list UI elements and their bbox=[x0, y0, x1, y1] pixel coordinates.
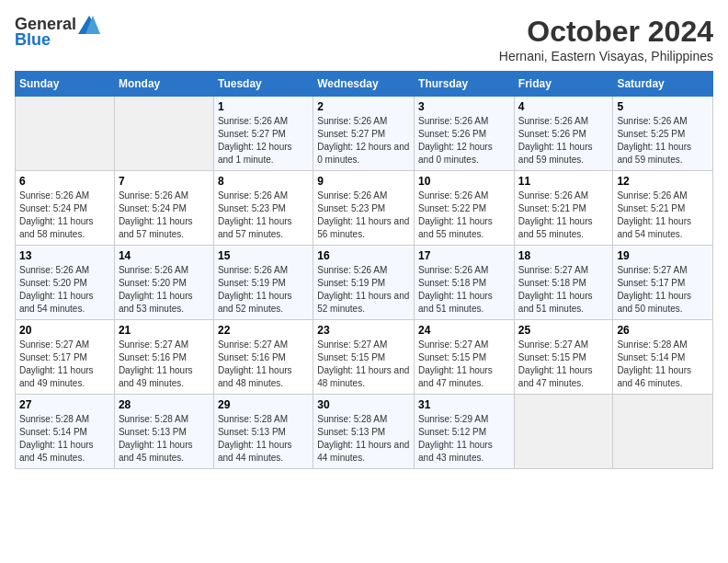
calendar-cell: 24Sunrise: 5:27 AM Sunset: 5:15 PM Dayli… bbox=[415, 320, 515, 395]
calendar-cell: 14Sunrise: 5:26 AM Sunset: 5:20 PM Dayli… bbox=[114, 246, 213, 320]
day-info: Sunrise: 5:26 AM Sunset: 5:23 PM Dayligh… bbox=[218, 190, 309, 241]
column-header-friday: Friday bbox=[514, 72, 613, 97]
calendar-cell: 10Sunrise: 5:26 AM Sunset: 5:22 PM Dayli… bbox=[415, 171, 515, 246]
day-number: 16 bbox=[317, 249, 410, 262]
day-info: Sunrise: 5:26 AM Sunset: 5:24 PM Dayligh… bbox=[119, 190, 210, 241]
calendar-cell: 31Sunrise: 5:29 AM Sunset: 5:12 PM Dayli… bbox=[415, 395, 515, 469]
day-info: Sunrise: 5:28 AM Sunset: 5:13 PM Dayligh… bbox=[317, 413, 410, 465]
calendar-cell: 2Sunrise: 5:26 AM Sunset: 5:27 PM Daylig… bbox=[313, 97, 415, 171]
day-number: 19 bbox=[617, 249, 709, 262]
calendar-cell: 12Sunrise: 5:26 AM Sunset: 5:21 PM Dayli… bbox=[613, 171, 713, 246]
day-number: 4 bbox=[518, 100, 609, 113]
calendar-cell: 19Sunrise: 5:27 AM Sunset: 5:17 PM Dayli… bbox=[613, 246, 713, 320]
day-info: Sunrise: 5:26 AM Sunset: 5:19 PM Dayligh… bbox=[317, 264, 410, 316]
day-number: 1 bbox=[218, 100, 309, 113]
day-number: 13 bbox=[19, 249, 110, 262]
calendar-cell: 21Sunrise: 5:27 AM Sunset: 5:16 PM Dayli… bbox=[114, 320, 213, 395]
logo: General Blue bbox=[15, 15, 100, 50]
calendar-cell: 15Sunrise: 5:26 AM Sunset: 5:19 PM Dayli… bbox=[213, 246, 313, 320]
day-info: Sunrise: 5:26 AM Sunset: 5:20 PM Dayligh… bbox=[19, 264, 110, 316]
day-number: 20 bbox=[19, 324, 110, 337]
day-info: Sunrise: 5:27 AM Sunset: 5:15 PM Dayligh… bbox=[317, 339, 410, 390]
column-header-saturday: Saturday bbox=[613, 72, 713, 97]
day-info: Sunrise: 5:26 AM Sunset: 5:24 PM Dayligh… bbox=[19, 190, 110, 241]
calendar-cell bbox=[514, 395, 613, 469]
calendar-cell bbox=[16, 97, 115, 171]
day-info: Sunrise: 5:28 AM Sunset: 5:14 PM Dayligh… bbox=[617, 339, 709, 390]
day-info: Sunrise: 5:27 AM Sunset: 5:18 PM Dayligh… bbox=[518, 264, 609, 316]
calendar-cell: 18Sunrise: 5:27 AM Sunset: 5:18 PM Dayli… bbox=[514, 246, 613, 320]
calendar-cell: 8Sunrise: 5:26 AM Sunset: 5:23 PM Daylig… bbox=[213, 171, 313, 246]
day-number: 29 bbox=[218, 398, 309, 411]
column-header-tuesday: Tuesday bbox=[213, 72, 313, 97]
day-info: Sunrise: 5:27 AM Sunset: 5:17 PM Dayligh… bbox=[19, 339, 110, 390]
calendar-cell bbox=[613, 395, 713, 469]
day-number: 12 bbox=[617, 175, 709, 188]
day-info: Sunrise: 5:28 AM Sunset: 5:14 PM Dayligh… bbox=[19, 413, 110, 465]
day-number: 17 bbox=[418, 249, 510, 262]
calendar-cell: 22Sunrise: 5:27 AM Sunset: 5:16 PM Dayli… bbox=[213, 320, 313, 395]
logo-blue-text: Blue bbox=[15, 30, 51, 50]
day-number: 6 bbox=[19, 175, 110, 188]
day-number: 21 bbox=[119, 324, 210, 337]
day-info: Sunrise: 5:26 AM Sunset: 5:21 PM Dayligh… bbox=[518, 190, 609, 241]
calendar-table: SundayMondayTuesdayWednesdayThursdayFrid… bbox=[15, 71, 713, 469]
day-info: Sunrise: 5:26 AM Sunset: 5:23 PM Dayligh… bbox=[317, 190, 410, 241]
day-info: Sunrise: 5:26 AM Sunset: 5:18 PM Dayligh… bbox=[418, 264, 510, 316]
day-number: 26 bbox=[617, 324, 709, 337]
calendar-cell: 6Sunrise: 5:26 AM Sunset: 5:24 PM Daylig… bbox=[16, 171, 115, 246]
day-number: 8 bbox=[218, 175, 309, 188]
column-header-sunday: Sunday bbox=[16, 72, 115, 97]
day-number: 10 bbox=[418, 175, 510, 188]
day-number: 27 bbox=[19, 398, 110, 411]
day-number: 3 bbox=[418, 100, 510, 113]
day-number: 14 bbox=[119, 249, 210, 262]
day-number: 18 bbox=[518, 249, 609, 262]
column-header-monday: Monday bbox=[114, 72, 213, 97]
day-number: 28 bbox=[119, 398, 210, 411]
day-info: Sunrise: 5:28 AM Sunset: 5:13 PM Dayligh… bbox=[119, 413, 210, 465]
day-number: 23 bbox=[317, 324, 410, 337]
calendar-cell: 7Sunrise: 5:26 AM Sunset: 5:24 PM Daylig… bbox=[114, 171, 213, 246]
day-info: Sunrise: 5:27 AM Sunset: 5:16 PM Dayligh… bbox=[218, 339, 309, 390]
calendar-cell bbox=[114, 97, 213, 171]
column-header-wednesday: Wednesday bbox=[313, 72, 415, 97]
day-info: Sunrise: 5:26 AM Sunset: 5:27 PM Dayligh… bbox=[218, 115, 309, 167]
day-info: Sunrise: 5:26 AM Sunset: 5:26 PM Dayligh… bbox=[518, 115, 609, 167]
day-number: 7 bbox=[119, 175, 210, 188]
calendar-cell: 28Sunrise: 5:28 AM Sunset: 5:13 PM Dayli… bbox=[114, 395, 213, 469]
calendar-cell: 5Sunrise: 5:26 AM Sunset: 5:25 PM Daylig… bbox=[613, 97, 713, 171]
day-info: Sunrise: 5:26 AM Sunset: 5:19 PM Dayligh… bbox=[218, 264, 309, 316]
day-info: Sunrise: 5:26 AM Sunset: 5:25 PM Dayligh… bbox=[617, 115, 709, 167]
day-number: 22 bbox=[218, 324, 309, 337]
calendar-cell: 16Sunrise: 5:26 AM Sunset: 5:19 PM Dayli… bbox=[313, 246, 415, 320]
day-number: 30 bbox=[317, 398, 410, 411]
day-info: Sunrise: 5:26 AM Sunset: 5:26 PM Dayligh… bbox=[418, 115, 510, 167]
calendar-cell: 17Sunrise: 5:26 AM Sunset: 5:18 PM Dayli… bbox=[415, 246, 515, 320]
logo-icon bbox=[78, 16, 100, 34]
day-number: 25 bbox=[518, 324, 609, 337]
month-title: October 2024 bbox=[499, 15, 713, 49]
day-number: 31 bbox=[418, 398, 510, 411]
day-number: 9 bbox=[317, 175, 410, 188]
day-info: Sunrise: 5:26 AM Sunset: 5:27 PM Dayligh… bbox=[317, 115, 410, 167]
calendar-cell: 9Sunrise: 5:26 AM Sunset: 5:23 PM Daylig… bbox=[313, 171, 415, 246]
day-number: 11 bbox=[518, 175, 609, 188]
column-header-thursday: Thursday bbox=[415, 72, 515, 97]
title-block: October 2024 Hernani, Eastern Visayas, P… bbox=[499, 15, 713, 63]
calendar-cell: 1Sunrise: 5:26 AM Sunset: 5:27 PM Daylig… bbox=[213, 97, 313, 171]
day-info: Sunrise: 5:26 AM Sunset: 5:21 PM Dayligh… bbox=[617, 190, 709, 241]
day-info: Sunrise: 5:27 AM Sunset: 5:15 PM Dayligh… bbox=[418, 339, 510, 390]
day-info: Sunrise: 5:29 AM Sunset: 5:12 PM Dayligh… bbox=[418, 413, 510, 465]
day-number: 5 bbox=[617, 100, 709, 113]
calendar-cell: 4Sunrise: 5:26 AM Sunset: 5:26 PM Daylig… bbox=[514, 97, 613, 171]
calendar-cell: 26Sunrise: 5:28 AM Sunset: 5:14 PM Dayli… bbox=[613, 320, 713, 395]
calendar-cell: 25Sunrise: 5:27 AM Sunset: 5:15 PM Dayli… bbox=[514, 320, 613, 395]
calendar-cell: 20Sunrise: 5:27 AM Sunset: 5:17 PM Dayli… bbox=[16, 320, 115, 395]
day-number: 2 bbox=[317, 100, 410, 113]
day-number: 15 bbox=[218, 249, 309, 262]
day-number: 24 bbox=[418, 324, 510, 337]
calendar-cell: 29Sunrise: 5:28 AM Sunset: 5:13 PM Dayli… bbox=[213, 395, 313, 469]
day-info: Sunrise: 5:27 AM Sunset: 5:15 PM Dayligh… bbox=[518, 339, 609, 390]
day-info: Sunrise: 5:28 AM Sunset: 5:13 PM Dayligh… bbox=[218, 413, 309, 465]
